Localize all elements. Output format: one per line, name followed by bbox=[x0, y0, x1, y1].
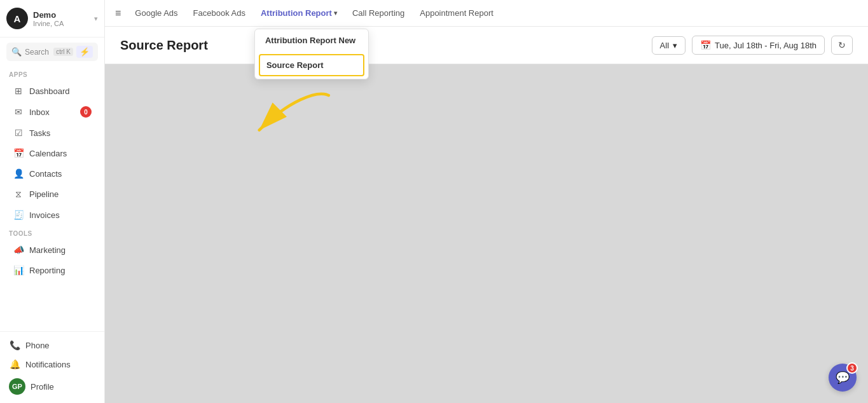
nav-item-attribution-report[interactable]: Attribution Report ▾ Attribution Report … bbox=[254, 4, 343, 22]
invoices-icon: 🧾 bbox=[13, 210, 24, 220]
calendar-icon: 📅 bbox=[700, 40, 711, 50]
sidebar-item-label: Marketing bbox=[29, 245, 65, 255]
sidebar-item-label: Invoices bbox=[29, 210, 60, 220]
nav-item-google-ads[interactable]: Google Ads bbox=[128, 4, 184, 22]
search-icon: 🔍 bbox=[11, 47, 22, 57]
pipeline-icon: ⧖ bbox=[13, 189, 24, 200]
nav-item-call-reporting[interactable]: Call Reporting bbox=[346, 4, 411, 22]
avatar: A bbox=[6, 8, 28, 29]
sidebar-item-label: Calendars bbox=[29, 149, 67, 158]
sidebar-item-label: Tasks bbox=[29, 128, 50, 138]
dropdown-item-attribution-new[interactable]: Attribution Report New bbox=[255, 29, 368, 51]
sidebar-item-calendars[interactable]: 📅 Calendars bbox=[4, 144, 100, 163]
sidebar-item-reporting[interactable]: 📊 Reporting bbox=[4, 261, 100, 280]
reporting-icon: 📊 bbox=[13, 265, 24, 275]
search-shortcut: ctrl K bbox=[53, 48, 73, 56]
sidebar-item-marketing[interactable]: 📣 Marketing bbox=[4, 240, 100, 259]
hamburger-icon[interactable]: ≡ bbox=[115, 8, 121, 19]
nav-item-facebook-ads[interactable]: Facebook Ads bbox=[187, 4, 252, 22]
search-label: Search bbox=[25, 48, 50, 57]
apps-section-label: Apps bbox=[0, 66, 104, 81]
refresh-button[interactable]: ↻ bbox=[831, 36, 853, 55]
phone-icon: 📞 bbox=[9, 340, 20, 350]
user-location: Irvine, CA bbox=[33, 20, 89, 27]
header-controls: All ▾ 📅 Tue, Jul 18th - Fri, Aug 18th ↻ bbox=[652, 36, 853, 55]
sidebar-item-label: Reporting bbox=[29, 266, 65, 275]
dropdown-item-source-report[interactable]: Source Report bbox=[259, 54, 364, 76]
inbox-badge: 0 bbox=[80, 106, 92, 118]
contacts-icon: 👤 bbox=[13, 168, 24, 179]
sidebar-item-dashboard[interactable]: ⊞ Dashboard bbox=[4, 81, 100, 100]
sidebar-item-profile[interactable]: GP Profile bbox=[0, 374, 104, 399]
sidebar-user-area[interactable]: A Demo Irvine, CA ▾ bbox=[0, 0, 104, 38]
nav-item-appointment-report[interactable]: Appointment Report bbox=[413, 4, 500, 22]
date-picker[interactable]: 📅 Tue, Jul 18th - Fri, Aug 18th bbox=[692, 36, 825, 55]
page-title: Source Report bbox=[120, 38, 208, 53]
sidebar-bottom: 📞 Phone 🔔 Notifications GP Profile bbox=[0, 331, 104, 403]
dashboard-icon: ⊞ bbox=[13, 86, 24, 96]
chat-icon: 💬 bbox=[836, 371, 850, 385]
refresh-icon: ↻ bbox=[838, 40, 846, 50]
profile-label: Profile bbox=[31, 382, 54, 392]
search-bar[interactable]: 🔍 Search ctrl K ⚡ bbox=[6, 43, 98, 61]
content-body: 💬 3 bbox=[105, 64, 868, 403]
chat-widget[interactable]: 💬 3 bbox=[829, 364, 857, 392]
tools-section-label: Tools bbox=[0, 225, 104, 240]
bolt-icon: ⚡ bbox=[76, 46, 93, 58]
tasks-icon: ☑ bbox=[13, 128, 24, 138]
marketing-icon: 📣 bbox=[13, 245, 24, 255]
sidebar-item-phone[interactable]: 📞 Phone bbox=[0, 336, 104, 355]
arrow-annotation bbox=[213, 83, 340, 160]
sidebar-item-inbox[interactable]: ✉ Inbox 0 bbox=[4, 102, 100, 122]
all-dropdown[interactable]: All ▾ bbox=[652, 36, 685, 55]
profile-avatar: GP bbox=[9, 378, 25, 395]
sidebar-item-label: Inbox bbox=[29, 107, 50, 117]
calendars-icon: 📅 bbox=[13, 148, 24, 158]
top-nav-bar: ≡ Google Ads Facebook Ads Attribution Re… bbox=[105, 0, 868, 27]
sidebar: A Demo Irvine, CA ▾ 🔍 Search ctrl K ⚡ Ap… bbox=[0, 0, 105, 403]
sidebar-item-contacts[interactable]: 👤 Contacts bbox=[4, 164, 100, 183]
chat-count-badge: 3 bbox=[846, 362, 858, 374]
sidebar-item-invoices[interactable]: 🧾 Invoices bbox=[4, 205, 100, 224]
content-header: Source Report All ▾ 📅 Tue, Jul 18th - Fr… bbox=[105, 27, 868, 64]
sidebar-item-label: Pipeline bbox=[29, 189, 59, 199]
sidebar-item-label: Dashboard bbox=[29, 86, 70, 96]
sidebar-item-tasks[interactable]: ☑ Tasks bbox=[4, 123, 100, 142]
user-info: Demo Irvine, CA bbox=[33, 10, 89, 27]
inbox-icon: ✉ bbox=[13, 107, 24, 117]
chevron-down-icon: ▾ bbox=[94, 15, 98, 23]
sidebar-bottom-label: Notifications bbox=[25, 360, 71, 369]
notifications-icon: 🔔 bbox=[9, 359, 20, 369]
chevron-down-icon: ▾ bbox=[673, 41, 677, 50]
sidebar-bottom-label: Phone bbox=[25, 341, 50, 350]
main-content: ≡ Google Ads Facebook Ads Attribution Re… bbox=[105, 0, 868, 403]
user-name: Demo bbox=[33, 10, 89, 20]
attribution-dropdown-menu: Attribution Report New Source Report bbox=[254, 29, 369, 79]
sidebar-item-label: Contacts bbox=[29, 169, 62, 179]
sidebar-item-notifications[interactable]: 🔔 Notifications bbox=[0, 355, 104, 374]
dropdown-arrow-icon: ▾ bbox=[334, 10, 337, 17]
sidebar-item-pipeline[interactable]: ⧖ Pipeline bbox=[4, 184, 100, 204]
